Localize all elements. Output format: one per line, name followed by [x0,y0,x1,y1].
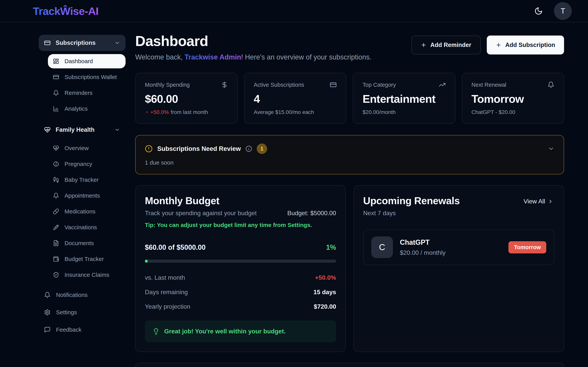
bell-icon [44,292,51,298]
plus-icon [496,42,501,48]
budget-progress-bar [145,260,336,263]
stat-value: $60.00 [145,92,228,105]
footprints-icon [53,177,59,183]
sidebar-item-label: Insurance Claims [65,272,109,278]
bell-icon [53,90,59,96]
stat-card-top-category: Top Category Entertainment $20.00/month [353,73,455,124]
group-label: Subscriptions [56,39,96,46]
message-square-icon [44,326,51,333]
review-count-badge: 1 [257,143,267,154]
bell-icon [53,192,59,199]
layout-dashboard-icon [53,58,59,64]
sidebar-item-label: Budget Tracker [65,256,104,262]
bell-icon [547,81,554,88]
stat-title: Monthly Spending [145,82,190,88]
sidebar-item-label: Overview [65,145,89,151]
chevron-right-icon [548,199,553,204]
sidebar-item-notifications[interactable]: Notifications [39,288,125,302]
welcome-text: Welcome back, Trackwise Admin! Here's an… [135,53,372,61]
dollar-icon [221,81,228,88]
sidebar-item-label: Appointments [65,192,100,199]
alert-circle-icon [145,145,153,153]
stat-card-next-renewal: Next Renewal Tomorrow ChatGPT - $20.00 [462,73,564,124]
sidebar-item-label: Baby Tracker [65,176,99,183]
user-avatar[interactable]: T [554,2,572,20]
heart-pulse-icon [44,126,51,133]
stat-title: Active Subscriptions [254,82,304,88]
stat-card-monthly-spending: Monthly Spending $60.00 +50.0% from last… [135,73,238,124]
monthly-budget-panel: Monthly Budget Track your spending again… [135,185,346,352]
theme-toggle-button[interactable] [533,7,544,16]
stat-subtext: +50.0% from last month [145,109,228,115]
view-all-button[interactable]: View All [522,198,554,205]
chevron-down-icon [114,40,120,46]
sidebar-item-documents[interactable]: Documents [48,236,125,250]
sidebar-group-subscriptions[interactable]: Subscriptions [39,35,125,51]
stat-subtext: Average $15.00/mo each [254,109,337,115]
sidebar-item-appointments[interactable]: Appointments [48,189,125,203]
budget-subtitle: Track your spending against your budget [145,209,257,217]
sidebar-item-feedback[interactable]: Feedback [39,323,125,337]
moon-icon [534,7,543,15]
credit-card-icon [53,74,59,80]
group-label: Family Health [56,126,95,133]
shield-check-icon [53,272,59,278]
sidebar-item-settings[interactable]: Settings [39,305,125,319]
sidebar-item-reminders[interactable]: Reminders [48,86,125,100]
pill-icon [53,209,59,215]
sidebar-item-subscriptions-wallet[interactable]: Subscriptions Wallet [48,70,125,84]
service-name: ChatGPT [400,238,446,246]
banner-subtext: 1 due soon [145,159,267,166]
stat-value: Tomorrow [472,92,555,105]
sidebar-item-analytics[interactable]: Analytics [48,102,125,116]
renewal-item-chatgpt[interactable]: C ChatGPT $20.00 / monthly Tomorrow [363,229,554,265]
upcoming-renewals-panel: Upcoming Renewals Next 7 days View All C… [354,185,564,352]
sidebar-item-vaccinations[interactable]: Vaccinations [48,220,125,234]
main-content: Dashboard Welcome back, Trackwise Admin!… [125,22,588,367]
stat-subtext: ChatGPT - $20.00 [472,109,555,115]
due-badge: Tomorrow [508,241,546,253]
sidebar-item-label: Settings [56,309,77,316]
budget-progress-fill [145,260,148,263]
info-icon[interactable] [246,145,252,152]
sidebar-item-baby-tracker[interactable]: Baby Tracker [48,173,125,187]
spending-by-category-panel: Spending by Category Monthly breakdown o… [135,363,564,367]
bar-chart-icon [53,106,59,112]
file-text-icon [53,240,59,246]
sidebar-item-label: Feedback [56,326,82,333]
sidebar-item-overview[interactable]: Overview [48,141,125,155]
sidebar-item-pregnancy[interactable]: Pregnancy [48,157,125,171]
stat-title: Next Renewal [472,82,506,88]
sidebar-item-budget-tracker[interactable]: Budget Tracker [48,252,125,266]
sidebar-item-label: Pregnancy [65,161,92,167]
banner-title: Subscriptions Need Review [157,145,241,152]
service-price: $20.00 / monthly [400,249,446,256]
app-logo: TrackŴise-AI [33,5,99,17]
budget-spent-label: $60.00 of $5000.00 [145,243,206,251]
user-name: Trackwise Admin [184,53,241,61]
sidebar: Subscriptions Dashboard Subscriptions Wa… [39,22,125,367]
add-subscription-button[interactable]: Add Subscription [487,35,564,54]
add-reminder-button[interactable]: Add Reminder [411,35,480,54]
credit-card-icon [330,81,337,88]
chevron-down-icon[interactable] [548,145,554,152]
wallet-icon [53,256,59,262]
sidebar-item-dashboard[interactable]: Dashboard [48,54,125,68]
chevron-down-icon [114,127,120,133]
renewals-title: Upcoming Renewals [363,195,460,207]
budget-limit-label: Budget: $5000.00 [287,209,336,217]
budget-title: Monthly Budget [145,195,257,207]
sidebar-item-insurance-claims[interactable]: Insurance Claims [48,268,125,282]
budget-row-days-remaining: Days remaining 15 days [145,285,336,299]
syringe-icon [53,224,59,230]
subscriptions-review-banner[interactable]: Subscriptions Need Review 1 1 due soon [135,135,564,175]
top-bar: TrackŴise-AI T [0,0,588,22]
stat-value: Entertainment [363,92,446,105]
sidebar-item-label: Reminders [65,90,92,96]
sidebar-group-family-health[interactable]: Family Health [39,122,125,138]
sidebar-item-medications[interactable]: Medications [48,204,125,219]
arrow-up-icon [145,110,149,114]
budget-status-message: Great job! You're well within your budge… [145,320,336,342]
gear-icon [44,309,51,316]
plus-icon [421,42,427,48]
